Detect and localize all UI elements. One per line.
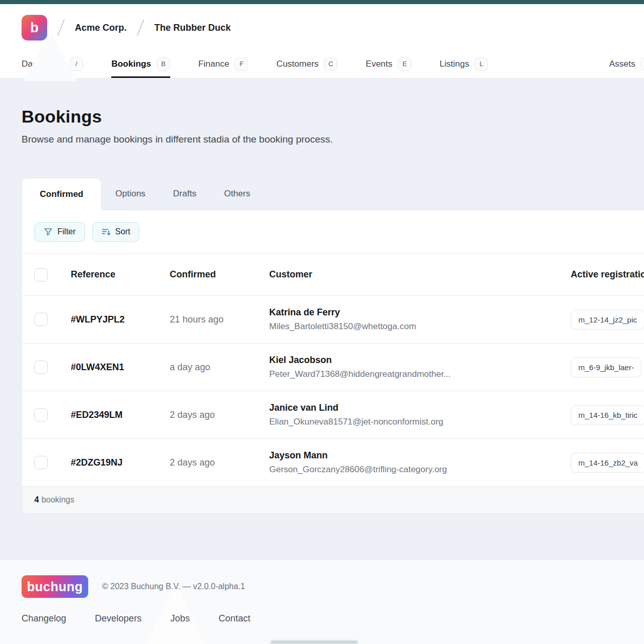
table-footer: 4 bookings (22, 487, 644, 513)
nav-item-events[interactable]: Events E (366, 51, 411, 78)
table-row[interactable]: #2DZG19NJ 2 days ago Jayson Mann Gerson_… (22, 439, 644, 487)
nav-label: Listings (439, 59, 469, 69)
footer-link-developers[interactable]: Developers (95, 613, 142, 624)
booking-reference: #2DZG19NJ (71, 457, 170, 468)
app-header: b Acme Corp. The Rubber Duck Dashboard /… (0, 4, 644, 78)
shortcut-badge (641, 57, 644, 71)
tab-others[interactable]: Others (210, 178, 264, 210)
registration-badge[interactable]: m_6-9_jkb_laer- (571, 357, 641, 377)
main-content: Bookings Browse and manage bookings in d… (0, 107, 644, 514)
tab-confirmed[interactable]: Confirmed (22, 178, 102, 210)
column-header-reference[interactable]: Reference (71, 269, 170, 280)
customer-name: Jayson Mann (269, 450, 571, 461)
registration-badge[interactable]: m_14-16_zb2_va (571, 453, 644, 473)
footer-links: Changelog Developers Jobs Contact (22, 613, 622, 624)
customer-name: Janice van Lind (269, 402, 571, 413)
row-checkbox[interactable] (34, 456, 48, 469)
buchung-logo-text: buchung (27, 579, 83, 594)
customer-name: Katrina de Ferry (269, 307, 571, 318)
nav-label: Events (366, 59, 392, 69)
nav-item-finance[interactable]: Finance F (198, 51, 248, 78)
nav-label: Assets (609, 59, 635, 69)
filter-funnel-icon (44, 227, 53, 236)
top-accent-bar (0, 0, 644, 4)
shortcut-badge: L (475, 57, 488, 71)
shortcut-badge: E (398, 57, 411, 71)
booking-reference: #ED2349LM (71, 410, 170, 420)
bookings-count: 4 (34, 495, 39, 505)
registration-badge[interactable]: m_14-16_kb_tiric (571, 405, 644, 425)
tab-options[interactable]: Options (102, 178, 159, 210)
site-footer: buchung © 2023 Buchung B.V. — v2.0.0-alp… (0, 559, 644, 644)
row-checkbox[interactable] (34, 408, 48, 421)
tab-drafts[interactable]: Drafts (159, 178, 210, 210)
bookings-card: Filter Sort Reference Confirmed Customer… (22, 210, 644, 514)
customer-email: Peter_Ward71368@hiddengreatgrandmother..… (269, 369, 556, 379)
sort-icon (102, 227, 111, 236)
booking-confirmed-time: a day ago (170, 362, 269, 373)
row-checkbox[interactable] (34, 313, 48, 326)
shortcut-badge: B (157, 57, 170, 71)
filter-button[interactable]: Filter (34, 222, 85, 242)
buchung-logo[interactable]: buchung (22, 575, 88, 598)
nav-label: Bookings (111, 59, 151, 69)
customer-email: Gerson_Gorczany28606@trifling-category.o… (269, 465, 556, 475)
booking-confirmed-time: 2 days ago (170, 457, 269, 468)
footer-brand: buchung © 2023 Buchung B.V. — v2.0.0-alp… (22, 575, 622, 598)
footer-link-jobs[interactable]: Jobs (170, 613, 190, 624)
column-header-confirmed[interactable]: Confirmed (170, 269, 269, 280)
booking-confirmed-time: 2 days ago (170, 410, 269, 420)
row-checkbox[interactable] (34, 360, 48, 374)
watermark-triangle (24, 32, 77, 81)
breadcrumb-slash-icon (137, 19, 145, 36)
page-subtitle: Browse and manage bookings in different … (22, 134, 622, 145)
table-toolbar: Filter Sort (22, 210, 644, 254)
nav-item-customers[interactable]: Customers C (276, 51, 337, 78)
nav-item-bookings[interactable]: Bookings B (111, 51, 170, 78)
select-all-checkbox[interactable] (34, 268, 48, 281)
footer-link-contact[interactable]: Contact (218, 613, 250, 624)
nav-label: Customers (276, 59, 318, 69)
shortcut-badge: C (324, 57, 337, 71)
sort-button-label: Sort (115, 227, 130, 236)
filter-button-label: Filter (57, 227, 76, 236)
column-header-customer[interactable]: Customer (269, 269, 571, 280)
booking-confirmed-time: 21 hours ago (170, 314, 269, 325)
breadcrumb-org[interactable]: Acme Corp. (75, 23, 127, 33)
main-nav: Dashboard / Bookings B Finance F Custome… (0, 51, 644, 78)
bookings-count-label: bookings (42, 495, 74, 505)
customer-email: Miles_Bartoletti38150@whettoga.com (269, 321, 556, 332)
nav-label: Finance (198, 59, 229, 69)
shortcut-badge: F (235, 57, 248, 71)
bottom-edge-artifact (271, 640, 358, 644)
table-header-row: Reference Confirmed Customer Active regi… (22, 254, 644, 296)
booking-status-tabs: Confirmed Options Drafts Others (22, 178, 644, 210)
booking-reference: #0LW4XEN1 (71, 362, 170, 373)
table-row[interactable]: #ED2349LM 2 days ago Janice van Lind Eli… (22, 391, 644, 439)
nav-item-listings[interactable]: Listings L (439, 51, 488, 78)
booking-reference: #WLPYJPL2 (71, 314, 170, 325)
nav-item-assets[interactable]: Assets (609, 51, 644, 78)
breadcrumb: b Acme Corp. The Rubber Duck (22, 13, 622, 42)
customer-name: Kiel Jacobson (269, 355, 571, 366)
customer-email: Elian_Okuneva81571@jet-nonconformist.org (269, 417, 556, 427)
registration-badge[interactable]: m_12-14_jz2_pic (571, 310, 644, 330)
copyright-text: © 2023 Buchung B.V. — v2.0.0-alpha.1 (102, 582, 245, 591)
table-row[interactable]: #WLPYJPL2 21 hours ago Katrina de Ferry … (22, 296, 644, 344)
column-header-registrations[interactable]: Active registrations (571, 269, 644, 280)
sort-button[interactable]: Sort (92, 222, 139, 242)
page-title: Bookings (22, 107, 622, 127)
footer-link-changelog[interactable]: Changelog (22, 613, 66, 624)
breadcrumb-workspace[interactable]: The Rubber Duck (154, 23, 231, 33)
table-row[interactable]: #0LW4XEN1 a day ago Kiel Jacobson Peter_… (22, 344, 644, 391)
